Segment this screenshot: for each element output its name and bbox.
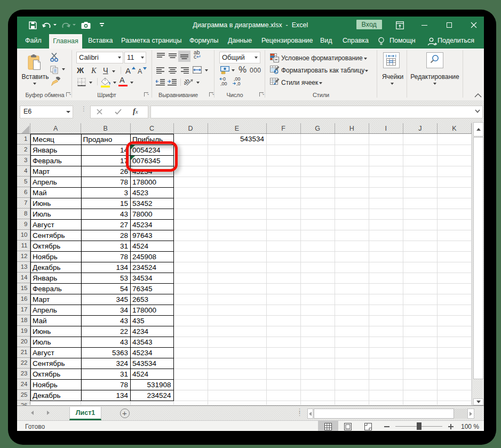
svg-text:,0: ,0 (236, 81, 241, 86)
svg-text:,00: ,00 (220, 81, 227, 86)
